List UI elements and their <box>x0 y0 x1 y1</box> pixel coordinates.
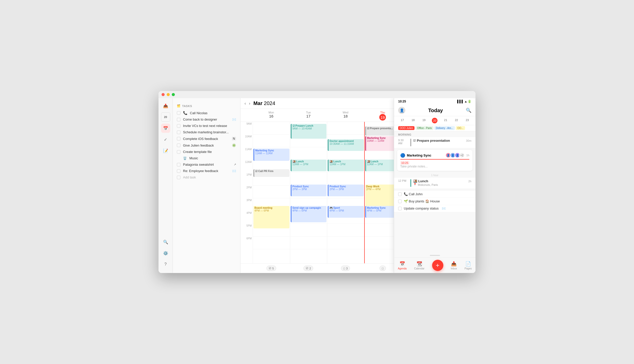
task-item[interactable]: 📞 Call Nicolas <box>173 110 240 116</box>
time-10am: 10AM <box>240 135 253 147</box>
mini-cal-day[interactable]: 17 <box>397 118 407 123</box>
day-col-tue[interactable]: ☑ Prepare Lunch 9AM — 10:45AM 🍱 Lunch 12… <box>290 122 327 263</box>
event-prepare-lunch[interactable]: ☑ Prepare Lunch 9AM — 10:45AM <box>291 124 327 139</box>
time-3pm: 3PM <box>240 198 253 211</box>
avatar[interactable]: 👤 <box>398 107 405 114</box>
time-6pm: 6PM <box>240 237 253 249</box>
mobile-overlay: 10:25 ▌▌▌ ⟁ 🔋 👤 Today 🔍 17 18 19 20 21 2… <box>394 98 476 273</box>
task-item[interactable]: Invite VCs to test next release <box>173 123 240 129</box>
mini-cal-day[interactable]: 19 <box>419 118 429 123</box>
sidebar-item-notes[interactable]: 📝 <box>161 146 170 155</box>
mobile-tab-pages[interactable]: 📄 Pages <box>465 261 472 270</box>
task-checkbox[interactable] <box>177 118 180 121</box>
settings-icon[interactable]: ⚙️ <box>161 249 170 258</box>
mobile-tab-calendar[interactable]: 📆 Calendar <box>414 261 425 270</box>
counter-mon[interactable]: ☑5 <box>253 265 290 272</box>
counter-tue[interactable]: ☑2 <box>290 265 327 272</box>
task-checkbox[interactable] <box>177 176 180 179</box>
task-checkbox[interactable] <box>177 150 180 154</box>
mobile-task-update-company[interactable]: Update company status ✉️ <box>394 205 476 212</box>
counter-wed[interactable]: □3 <box>327 265 364 272</box>
mobile-task-checkbox[interactable] <box>398 200 402 203</box>
all-day-events: OOO Julien Office - Paris Delivery - Am.… <box>394 125 476 131</box>
event-lunch-tue[interactable]: 🍱 Lunch 12AM — 1PM <box>291 160 327 171</box>
task-checkbox[interactable] <box>177 144 180 147</box>
task-checkbox[interactable] <box>177 111 180 115</box>
signal-icon: ▌▌▌ <box>457 100 464 103</box>
mini-cal-today[interactable]: 20 <box>432 118 437 123</box>
mini-cal-day[interactable]: 22 <box>451 118 461 123</box>
sidebar-item-tasks[interactable]: ✓ <box>161 135 170 144</box>
time-1pm: 1PM <box>240 173 253 186</box>
minimize-button[interactable] <box>167 93 170 96</box>
mobile-header: 👤 Today 🔍 <box>394 105 476 116</box>
task-item-indent[interactable]: 🗑️ Music <box>173 155 240 161</box>
task-checkbox[interactable] <box>177 163 180 166</box>
task-item[interactable]: Schedule marketing brainstor... <box>173 129 240 135</box>
time-5pm: 5PM <box>240 224 253 237</box>
event-bar-lunch <box>410 179 411 187</box>
all-day-oo[interactable]: OO... <box>456 126 465 130</box>
title-bar <box>159 91 476 98</box>
event-board-meeting[interactable]: Board meeting 4PM — 6PM <box>253 206 289 228</box>
search-button[interactable]: 🔍 <box>466 108 471 113</box>
day-col-mon[interactable]: Marketing Sync 11AM — 12AM ☑ Call PR Fir… <box>253 122 290 263</box>
event-send-sign-up[interactable]: Send sign up campagin 4PM — 6PM <box>291 206 327 222</box>
time-2pm: 2PM <box>240 186 253 198</box>
calendar-title: Mar 2024 <box>253 100 275 106</box>
task-item[interactable]: Complete iOS feedback N <box>173 135 240 142</box>
mobile-tab-inbox[interactable]: 📥 Inbox <box>451 261 457 270</box>
event-doctor-appointment[interactable]: Doctor appointment 10:30AM — 11:15AM <box>328 139 364 151</box>
event-lunch-wed[interactable]: 🍱 Lunch 12AM — 1PM <box>328 160 364 171</box>
task-checkbox[interactable] <box>177 169 180 173</box>
add-task-item[interactable]: Add task <box>173 174 240 180</box>
drag-handle[interactable] <box>430 255 440 256</box>
mobile-task-checkbox[interactable] <box>398 207 402 210</box>
day-header-wed: Wed 18 <box>327 111 364 121</box>
event-marketing-sync-mon[interactable]: Marketing Sync 11AM — 12AM <box>253 149 289 161</box>
maximize-button[interactable] <box>172 93 175 96</box>
mini-cal-day[interactable]: 21 <box>441 118 451 123</box>
time-11am: 11AM <box>240 147 253 160</box>
search-icon[interactable]: 🔍 <box>161 237 170 246</box>
event-product-sync-tue[interactable]: Product Sync 2PM — 3PM <box>291 185 327 196</box>
task-item-give-julien[interactable]: Give Julien feedback ✳️ <box>173 142 240 149</box>
mobile-task-call-john[interactable]: 📞 Call John <box>394 191 476 198</box>
morning-header: MORNING <box>394 131 476 137</box>
day-header-mon: Mon 16 <box>253 111 290 121</box>
avatar-more: +2 <box>459 152 465 158</box>
task-checkbox[interactable] <box>177 137 180 140</box>
close-button[interactable] <box>162 93 165 96</box>
time-gap-label: 1 hour <box>394 173 476 178</box>
mobile-task-checkbox[interactable] <box>398 192 402 196</box>
fab-add-button[interactable]: + <box>432 260 443 271</box>
mobile-tab-agenda[interactable]: 📅 Agenda <box>398 261 407 270</box>
event-call-pr-firm[interactable]: ☑ Call PR Firm <box>253 169 289 177</box>
task-item[interactable]: Re: Employee feedback ✉️ <box>173 168 240 174</box>
sidebar-item-calendar-mini[interactable]: 20 <box>161 112 170 122</box>
task-item[interactable]: Patagonia sweatshirt ↗ <box>173 161 240 168</box>
mini-cal-day[interactable]: 18 <box>408 118 418 123</box>
task-item[interactable]: Come back to designer ✉️ <box>173 116 240 123</box>
mobile-task-buy-plants[interactable]: 🌱 Buy plants 🏠 House <box>394 198 476 205</box>
mobile-event-lunch[interactable]: 12 PM 🍱 Lunch 2h 📍 Mokonuts, Paris <box>394 178 476 188</box>
nav-back-button[interactable]: ‹ <box>245 101 246 106</box>
mobile-event-prepare[interactable]: 9:30 AM ☑ Prepare presentation 30m <box>394 137 476 148</box>
all-day-office[interactable]: Office - Paris <box>416 126 433 130</box>
task-item[interactable]: Create template file <box>173 149 240 155</box>
help-icon[interactable]: ? <box>161 260 170 269</box>
nav-forward-button[interactable]: › <box>249 101 250 106</box>
task-checkbox[interactable] <box>177 124 180 128</box>
sidebar-item-calendar[interactable]: 📅 <box>161 124 170 133</box>
sidebar: 📥 20 📅 ✓ 📝 🔍 ⚙️ ? <box>159 91 173 273</box>
time-now-badge: 10:25 <box>400 161 409 165</box>
day-col-wed[interactable]: Doctor appointment 10:30AM — 11:15AM 🍱 L… <box>327 122 364 263</box>
all-day-delivery[interactable]: Delivery - Am... <box>434 126 455 130</box>
mini-cal-day[interactable]: 23 <box>462 118 472 123</box>
task-checkbox[interactable] <box>177 131 180 134</box>
marketing-sync-card[interactable]: 🔵 Marketing Sync 👤 👤 👤 +2 1h 10:25 Take … <box>397 150 472 171</box>
event-sport[interactable]: 🎮 Sport 4PM — 5PM <box>328 206 364 218</box>
sidebar-item-inbox[interactable]: 📥 <box>161 101 170 110</box>
event-product-sync-wed[interactable]: Product Sync 2PM — 3PM <box>328 185 364 196</box>
all-day-ooo[interactable]: OOO Julien <box>398 126 414 130</box>
